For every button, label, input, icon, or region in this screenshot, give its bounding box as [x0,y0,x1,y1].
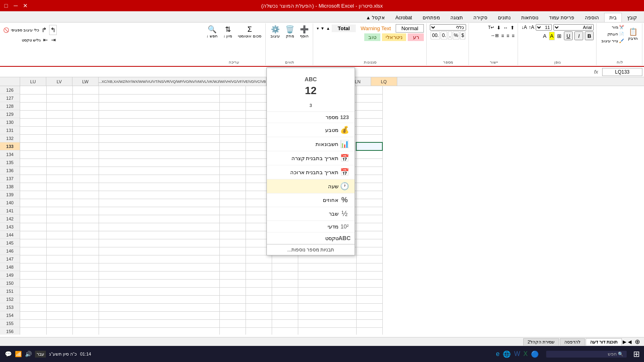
cell-row146-col3[interactable] [99,247,219,255]
cell-row153-col6[interactable] [272,303,298,311]
bold-button[interactable]: B [585,31,594,40]
taskbar-chrome[interactable]: 🌐 [503,350,511,358]
cell-row126-col2[interactable] [72,86,99,94]
taskbar-action-center[interactable]: 💬 [5,351,12,357]
sheet-tab-save[interactable]: שמירת הקהל2 [523,338,559,346]
cell-row153-col5[interactable] [246,303,272,311]
cell-row147-col2[interactable] [72,255,99,263]
cell-row134-col2[interactable] [72,150,99,158]
cell-row149-col4[interactable] [219,271,246,279]
cell-row141-col4[interactable] [219,207,246,215]
cell-row148-col7[interactable] [298,263,356,271]
cell-row130-col4[interactable] [219,118,246,126]
cell-row133-col0[interactable] [20,142,46,150]
cell-row154-col3[interactable] [99,311,219,319]
merge-cells-icon[interactable]: ⊞↔ [490,32,500,39]
font-color-button[interactable]: A [542,32,547,40]
cell-row153-col4[interactable] [219,303,246,311]
cell-row126-col0[interactable] [20,86,46,94]
cell-row140-col1[interactable] [46,199,72,207]
cell-row139-col0[interactable] [20,191,46,199]
cell-row154-col1[interactable] [46,311,72,319]
cell-row145-col3[interactable] [99,239,219,247]
row-129[interactable]: 129 [0,110,20,118]
cell-row146-col4[interactable] [219,247,246,255]
cell-row153-col1[interactable] [46,303,72,311]
cell-row151-col3[interactable] [99,287,219,295]
cell-row156-col5[interactable] [246,327,272,335]
styles-scroll-up[interactable]: ▲ [326,26,330,31]
cell-row134-col4[interactable] [219,150,246,158]
row-149[interactable]: 149 [0,271,20,279]
style-warning[interactable]: Warning Text [357,25,394,32]
cell-row152-col4[interactable] [219,295,246,303]
cell-row148-col5[interactable] [246,263,272,271]
minimize-button[interactable]: ─ [11,1,20,10]
align-right-icon[interactable]: ≡ [511,32,515,39]
row-156[interactable]: 156 [0,327,20,335]
cell-row137-col3[interactable] [99,175,219,183]
cell-row144-col3[interactable] [99,231,219,239]
cell-row138-col8[interactable] [356,183,382,191]
row-152[interactable]: 152 [0,295,20,303]
cell-row153-col0[interactable] [20,303,46,311]
cell-row141-col3[interactable] [99,207,219,215]
cell-row147-col7[interactable] [298,255,356,263]
cell-row144-col0[interactable] [20,231,46,239]
cell-row150-col4[interactable] [219,279,246,287]
tab-file[interactable]: קובץ [622,13,642,22]
cell-row136-col4[interactable] [219,167,246,175]
cell-row151-col0[interactable] [20,287,46,295]
cell-row145-col1[interactable] [46,239,72,247]
cell-row126-col3[interactable] [99,86,219,94]
cell-row146-col8[interactable] [356,247,382,255]
cell-row141-col2[interactable] [72,207,99,215]
cell-row152-col7[interactable] [298,295,356,303]
cell-row131-col1[interactable] [46,126,72,134]
row-128[interactable]: 128 [0,102,20,110]
cell-row143-col2[interactable] [72,223,99,231]
taskbar-word[interactable]: W [514,350,520,358]
delete-cells-button[interactable]: 🗑️ מחק [284,24,296,39]
left-indent-icon[interactable]: ⇤ [42,36,49,44]
format-painter-button[interactable]: 🖌️ צייר עיצוב [600,38,625,44]
row-136[interactable]: 136 [0,167,20,175]
sheet-nav-left[interactable]: ◀ [627,339,632,345]
row-131[interactable]: 131 [0,126,20,134]
row-138[interactable]: 138 [0,183,20,191]
wrap-text-icon[interactable]: ↵T [487,24,495,31]
cut-button[interactable]: ✂️ גזור [600,24,625,30]
row-146[interactable]: 146 [0,247,20,255]
style-good[interactable]: טוב [364,33,380,41]
cell-row144-col1[interactable] [46,231,72,239]
cell-row128-col0[interactable] [20,102,46,110]
cell-row141-col8[interactable] [356,207,382,215]
cell-row137-col1[interactable] [46,175,72,183]
format-accounting[interactable]: 📊 חשבונאות [267,137,355,151]
cell-row150-col2[interactable] [72,279,99,287]
cell-row129-col8[interactable] [356,110,382,118]
italic-button[interactable]: I [574,31,583,40]
cell-row128-col4[interactable] [219,102,246,110]
row-147[interactable]: 147 [0,255,20,263]
tab-page-layout[interactable]: פריסת עמוד [544,13,580,22]
cell-row140-col2[interactable] [72,199,99,207]
col-header-lq[interactable]: LQ [371,77,397,86]
sort-button[interactable]: ⇅ מיון ↓ [222,24,234,39]
tab-review[interactable]: סקירה [468,13,493,22]
cell-row155-col3[interactable] [99,319,219,327]
fill-color-button[interactable]: A [549,32,555,40]
sheet-tab-print[interactable]: להדפסה [560,338,585,346]
cell-row139-col8[interactable] [356,191,382,199]
cell-row135-col3[interactable] [99,158,219,167]
row-130[interactable]: 130 [0,118,20,126]
paste-button[interactable]: 📋 הדבק [626,27,640,41]
align-middle-icon[interactable]: ↔ [502,24,509,31]
cell-row152-col8[interactable] [356,295,382,303]
cell-row149-col0[interactable] [20,271,46,279]
cell-row141-col0[interactable] [20,207,46,215]
styles-scroll-down[interactable]: ▼ [320,26,324,31]
copy-button[interactable]: 📄 העתק [600,31,625,37]
align-top-icon[interactable]: ⬆ [510,24,515,31]
cell-row130-col3[interactable] [99,118,219,126]
